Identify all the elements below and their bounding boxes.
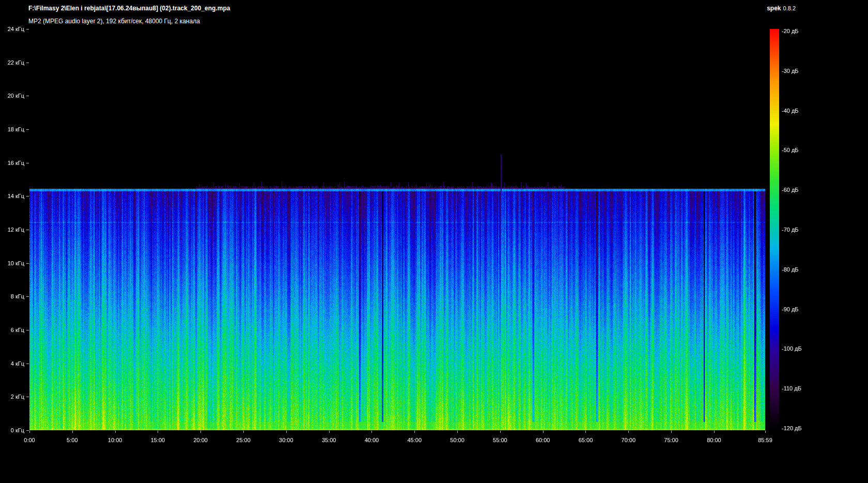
- legend-db-label: -80 дБ: [782, 266, 799, 273]
- freq-tick-label: 18 кГц: [0, 126, 24, 132]
- time-tick-mark: [29, 431, 30, 433]
- time-tick-mark: [628, 431, 629, 433]
- legend-db-label: -100 дБ: [782, 345, 802, 352]
- time-tick-label: 25:00: [236, 437, 251, 443]
- app-brand: spek0.8.2: [767, 5, 796, 12]
- freq-tick-label: 12 кГц: [0, 227, 24, 233]
- time-tick-mark: [243, 431, 244, 433]
- time-tick-label: 20:00: [193, 437, 208, 443]
- freq-tick-label: 2 кГц: [0, 394, 24, 400]
- freq-tick-mark: [26, 29, 29, 29]
- time-tick-label: 60:00: [536, 437, 550, 443]
- freq-tick-label: 6 кГц: [0, 327, 24, 333]
- app-version: 0.8.2: [783, 5, 796, 11]
- legend-db-label: -70 дБ: [782, 227, 799, 233]
- time-tick-mark: [671, 431, 672, 433]
- legend-db-label: -120 дБ: [782, 425, 802, 431]
- legend-db-label: -50 дБ: [782, 147, 799, 153]
- freq-tick-mark: [26, 397, 29, 397]
- app-name: spek: [767, 5, 781, 12]
- time-tick-label: 55:00: [493, 437, 507, 443]
- time-tick-mark: [585, 431, 586, 433]
- freq-tick-mark: [26, 63, 29, 63]
- time-tick-mark: [200, 431, 201, 433]
- time-tick-label: 65:00: [579, 437, 593, 443]
- freq-tick-label: 10 кГц: [0, 260, 24, 266]
- time-tick-label: 15:00: [151, 437, 165, 443]
- time-tick-mark: [714, 431, 715, 433]
- freq-tick-label: 20 кГц: [0, 93, 24, 99]
- time-tick-label: 70:00: [622, 437, 636, 443]
- time-tick-label: 35:00: [322, 437, 336, 443]
- time-tick-mark: [158, 431, 158, 433]
- time-tick-label: 0:00: [24, 437, 35, 443]
- freq-tick-mark: [26, 296, 29, 297]
- legend-gradient-canvas: [770, 29, 779, 430]
- time-tick-mark: [414, 431, 415, 433]
- freq-tick-label: 16 кГц: [0, 160, 24, 166]
- time-tick-mark: [500, 431, 501, 433]
- freq-tick-mark: [26, 330, 29, 330]
- file-path-title: F:\Filmasy 2\Elen i rebjata\[17.06.24вып…: [28, 5, 230, 12]
- freq-tick-mark: [26, 163, 29, 163]
- time-tick-label: 10:00: [108, 437, 122, 443]
- time-tick-label: 30:00: [279, 437, 293, 443]
- time-tick-mark: [115, 431, 116, 433]
- time-tick-mark: [543, 431, 544, 433]
- freq-tick-label: 0 кГц: [0, 427, 24, 433]
- time-tick-mark: [765, 431, 766, 433]
- legend-db-label: -90 дБ: [782, 306, 799, 312]
- time-tick-mark: [329, 431, 330, 433]
- time-tick-mark: [457, 431, 458, 433]
- time-tick-label: 80:00: [707, 437, 721, 443]
- freq-tick-mark: [26, 364, 29, 364]
- freq-tick-label: 24 кГц: [0, 26, 24, 32]
- legend-db-label: -20 дБ: [782, 28, 799, 34]
- time-tick-label: 50:00: [450, 437, 464, 443]
- freq-tick-mark: [26, 196, 29, 197]
- audio-format-subtitle: MP2 (MPEG audio layer 2), 192 кбит/сек, …: [28, 18, 200, 25]
- freq-tick-mark: [26, 430, 29, 431]
- spectrogram-canvas: [29, 29, 765, 430]
- freq-tick-mark: [26, 263, 29, 264]
- freq-tick-mark: [26, 96, 29, 96]
- legend-db-label: -40 дБ: [782, 108, 799, 114]
- app-window: F:\Filmasy 2\Elen i rebjata\[17.06.24вып…: [0, 0, 868, 483]
- freq-tick-label: 8 кГц: [0, 293, 24, 299]
- time-tick-mark: [371, 431, 372, 433]
- freq-tick-mark: [26, 230, 29, 230]
- freq-tick-mark: [26, 129, 29, 130]
- legend-db-label: -60 дБ: [782, 187, 799, 193]
- time-tick-label: 40:00: [365, 437, 379, 443]
- time-tick-label: 5:00: [67, 437, 78, 443]
- time-tick-label: 85:59: [758, 437, 772, 443]
- freq-tick-label: 4 кГц: [0, 360, 24, 367]
- legend-db-label: -110 дБ: [782, 385, 801, 391]
- time-tick-mark: [72, 431, 73, 433]
- time-tick-label: 45:00: [407, 437, 422, 443]
- legend-db-label: -30 дБ: [782, 68, 799, 74]
- freq-tick-label: 22 кГц: [0, 59, 24, 66]
- time-tick-mark: [286, 431, 287, 433]
- freq-tick-label: 14 кГц: [0, 193, 24, 199]
- time-tick-label: 75:00: [664, 437, 678, 443]
